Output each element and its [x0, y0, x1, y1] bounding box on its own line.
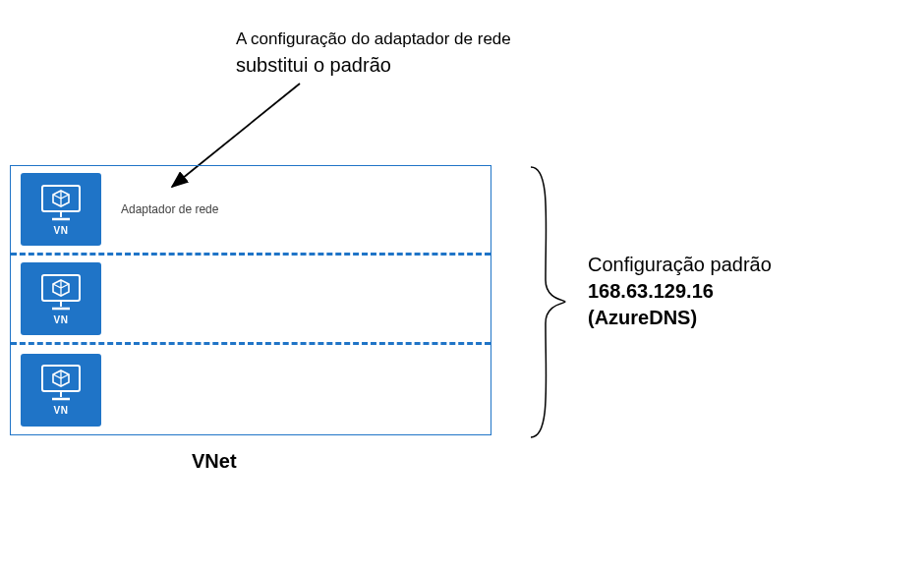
vm-monitor-cube-icon: VN	[21, 262, 101, 335]
vnet-title: VNet	[192, 450, 237, 473]
vm-badge-label: VN	[54, 314, 69, 325]
subnet-row: VN	[11, 345, 491, 434]
vnet-container: VN Adaptador de rede VN	[10, 165, 491, 435]
right-brace-icon	[521, 162, 570, 442]
vm-monitor-cube-icon: VN	[21, 173, 101, 246]
vm-badge-label: VN	[54, 225, 69, 236]
annotation-text-1: A configuração do adaptador de rede	[236, 29, 511, 49]
config-text-block: Configuração padrão 168.63.129.16 (Azure…	[588, 254, 772, 329]
annotation-text-2: substitui o padrão	[236, 54, 391, 77]
subnet-row: VN	[11, 256, 491, 345]
subnet-row: VN Adaptador de rede	[11, 166, 491, 256]
vm-badge-label: VN	[54, 405, 69, 416]
config-title: Configuração padrão	[588, 254, 772, 276]
adapter-label: Adaptador de rede	[121, 202, 218, 216]
vm-monitor-cube-icon: VN	[21, 354, 101, 427]
diagram-canvas: A configuração do adaptador de rede subs…	[0, 0, 924, 570]
config-service: (AzureDNS)	[588, 307, 772, 329]
config-ip: 168.63.129.16	[588, 280, 772, 303]
